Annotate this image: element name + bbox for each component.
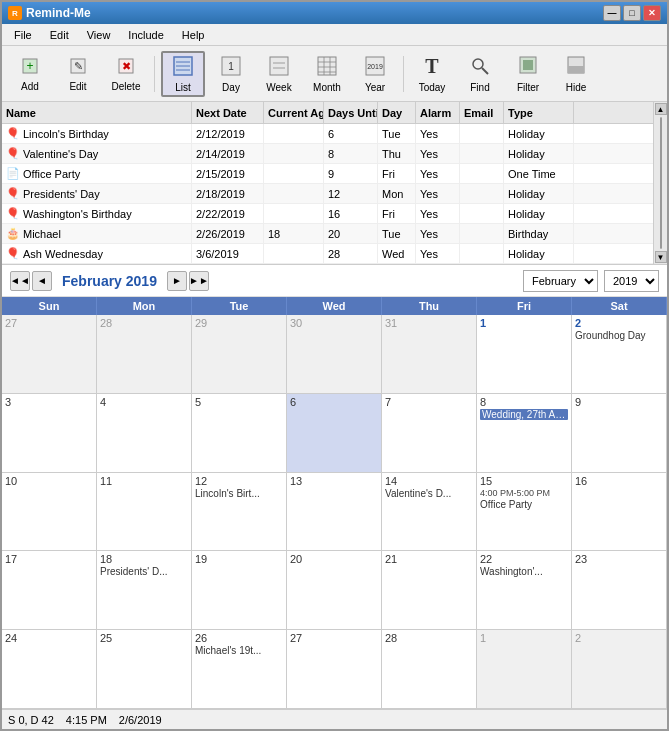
calendar-day[interactable]: 14Valentine's D... [382,473,477,551]
calendar-day[interactable]: 5 [192,394,287,472]
calendar-day[interactable]: 19 [192,551,287,629]
calendar-day[interactable]: 18Presidents' D... [97,551,192,629]
menu-include[interactable]: Include [120,27,171,43]
scroll-down[interactable]: ▼ [655,251,667,263]
next-month-button[interactable]: ► [167,271,187,291]
list-cell-type: Holiday [504,204,574,223]
calendar-day[interactable]: 2 [572,630,667,708]
today-label: Today [419,82,446,93]
month-select[interactable]: February [523,270,598,292]
event-icon: 🎈 [6,187,20,200]
calendar-day[interactable]: 27 [2,315,97,393]
calendar-day[interactable]: 154:00 PM-5:00 PMOffice Party [477,473,572,551]
list-scrollbar[interactable]: ▲ ▼ [653,102,667,264]
year-button[interactable]: 2019 Year [353,51,397,97]
list-item[interactable]: 🎈 Presidents' Day 2/18/2019 12 Mon Yes H… [2,184,653,204]
calendar-event[interactable]: Michael's 19t... [195,645,283,656]
calendar-day[interactable]: 28 [382,630,477,708]
hide-button[interactable]: Hide [554,51,598,97]
calendar-event[interactable]: Wedding, 27th Anniversary [480,409,568,420]
calendar-day[interactable]: 30 [287,315,382,393]
calendar-day[interactable]: 23 [572,551,667,629]
year-icon: 2019 [365,55,385,80]
calendar-day[interactable]: 26Michael's 19t... [192,630,287,708]
calendar-day[interactable]: 25 [97,630,192,708]
status-date: 2/6/2019 [119,714,162,726]
list-item[interactable]: 📄 Office Party 2/15/2019 9 Fri Yes One T… [2,164,653,184]
month-button[interactable]: Month [305,51,349,97]
delete-button[interactable]: ✖ Delete [104,51,148,97]
week-button[interactable]: Week [257,51,301,97]
menu-view[interactable]: View [79,27,119,43]
list-cell-type: One Time [504,164,574,183]
calendar-day[interactable]: 7 [382,394,477,472]
next-year-button[interactable]: ►► [189,271,209,291]
day-button[interactable]: 1 Day [209,51,253,97]
calendar-event[interactable]: Lincoln's Birt... [195,488,283,499]
sep1 [154,56,155,92]
scroll-up[interactable]: ▲ [655,103,667,115]
menu-help[interactable]: Help [174,27,213,43]
day-number: 21 [385,553,473,565]
list-button[interactable]: List [161,51,205,97]
prev-year-button[interactable]: ◄◄ [10,271,30,291]
prev-month-button[interactable]: ◄ [32,271,52,291]
calendar-day[interactable]: 17 [2,551,97,629]
today-button[interactable]: T Today [410,51,454,97]
calendar-day[interactable]: 24 [2,630,97,708]
svg-point-24 [473,59,483,69]
menu-edit[interactable]: Edit [42,27,77,43]
calendar-day[interactable]: 22Washington'... [477,551,572,629]
menu-file[interactable]: File [6,27,40,43]
calendar-event[interactable]: Groundhog Day [575,330,663,341]
filter-button[interactable]: Filter [506,51,550,97]
calendar-event[interactable]: Office Party [480,499,568,510]
close-button[interactable]: ✕ [643,5,661,21]
calendar-day[interactable]: 27 [287,630,382,708]
edit-button[interactable]: ✎ Edit [56,51,100,97]
calendar-day[interactable]: 8Wedding, 27th Anniversary [477,394,572,472]
day-icon: 1 [221,55,241,80]
find-button[interactable]: Find [458,51,502,97]
calendar-day[interactable]: 9 [572,394,667,472]
day-number: 30 [290,317,378,329]
list-item[interactable]: 🎈 Ash Wednesday 3/6/2019 28 Wed Yes Holi… [2,244,653,264]
calendar-day[interactable]: 1 [477,315,572,393]
calendar-day[interactable]: 12Lincoln's Birt... [192,473,287,551]
scroll-thumb[interactable] [660,117,662,249]
calendar-day[interactable]: 13 [287,473,382,551]
list-item[interactable]: 🎈 Lincoln's Birthday 2/12/2019 6 Tue Yes… [2,124,653,144]
list-cell-type: Holiday [504,184,574,203]
calendar-event[interactable]: Presidents' D... [100,566,188,577]
calendar-day[interactable]: 6 [287,394,382,472]
calendar-event[interactable]: Valentine's D... [385,488,473,499]
list-item[interactable]: 🎂 Michael 2/26/2019 18 20 Tue Yes Birthd… [2,224,653,244]
calendar-day[interactable]: 3 [2,394,97,472]
calendar-day[interactable]: 21 [382,551,477,629]
list-cell-days: 20 [324,224,378,243]
calendar-day[interactable]: 2Groundhog Day [572,315,667,393]
maximize-button[interactable]: □ [623,5,641,21]
calendar-day[interactable]: 29 [192,315,287,393]
calendar-day[interactable]: 20 [287,551,382,629]
day-number: 27 [5,317,93,329]
app-icon: R [8,6,22,20]
calendar-day[interactable]: 11 [97,473,192,551]
calendar-day[interactable]: 28 [97,315,192,393]
calendar-event[interactable]: Washington'... [480,566,568,577]
calendar-day[interactable]: 31 [382,315,477,393]
delete-label: Delete [112,81,141,92]
list-item[interactable]: 🎈 Valentine's Day 2/14/2019 8 Thu Yes Ho… [2,144,653,164]
calendar-week: 345678Wedding, 27th Anniversary9 [2,394,667,473]
calendar-day[interactable]: 4 [97,394,192,472]
add-button[interactable]: + Add [8,51,52,97]
list-item[interactable]: 🎈 Washington's Birthday 2/22/2019 16 Fri… [2,204,653,224]
calendar-day[interactable]: 10 [2,473,97,551]
add-label: Add [21,81,39,92]
calendar-day[interactable]: 16 [572,473,667,551]
svg-text:✖: ✖ [122,60,131,72]
minimize-button[interactable]: — [603,5,621,21]
calendar-week: 242526Michael's 19t...272812 [2,630,667,709]
year-select[interactable]: 2019 [604,270,659,292]
calendar-day[interactable]: 1 [477,630,572,708]
